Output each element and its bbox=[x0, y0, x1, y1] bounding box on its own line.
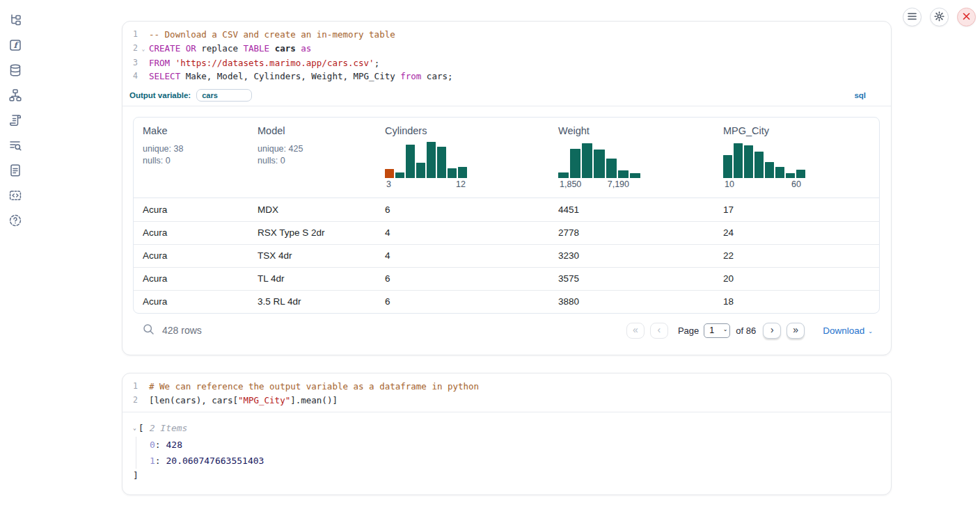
table-cell: 18 bbox=[714, 296, 879, 307]
column-name: Weight bbox=[558, 125, 709, 136]
sql-cell: 1-- Download a CSV and create an in-memo… bbox=[122, 21, 892, 355]
close-x-icon bbox=[963, 12, 970, 22]
axis-max-label: 7,190 bbox=[608, 179, 629, 189]
histogram-bar bbox=[558, 172, 569, 178]
column-header[interactable]: Makeunique: 38nulls: 0 bbox=[134, 125, 248, 198]
database-icon bbox=[8, 63, 22, 79]
sidebar-item-scratchpad[interactable] bbox=[0, 108, 31, 134]
table-cell: 4 bbox=[376, 250, 549, 261]
table-row[interactable]: Acura3.5 RL 4dr6388018 bbox=[134, 290, 879, 313]
data-table: Makeunique: 38nulls: 0Modelunique: 425nu… bbox=[133, 117, 880, 314]
sidebar-item-logs[interactable] bbox=[0, 134, 31, 159]
table-search-button[interactable] bbox=[143, 323, 155, 338]
histogram-bar bbox=[395, 172, 404, 178]
shutdown-button[interactable] bbox=[957, 8, 976, 26]
column-stats: unique: 425nulls: 0 bbox=[258, 143, 370, 167]
code-line[interactable]: 1# We can reference the output variable … bbox=[122, 380, 891, 394]
histogram-axis-labels: 1,8507,190 bbox=[558, 179, 640, 191]
table-footer: 428 rows « ‹ Page 1 ⌄ of 86 › » Download… bbox=[133, 314, 880, 346]
line-number: 2 bbox=[122, 42, 138, 56]
next-page-button[interactable]: › bbox=[763, 323, 781, 339]
sidebar-item-datasources[interactable] bbox=[0, 58, 31, 83]
column-header[interactable]: Cylinders312 bbox=[376, 125, 549, 198]
first-page-button[interactable]: « bbox=[626, 323, 645, 339]
table-cell: 6 bbox=[376, 296, 549, 307]
histogram-axis-labels: 1060 bbox=[723, 179, 805, 191]
histogram-bar bbox=[437, 147, 446, 178]
axis-max-label: 12 bbox=[456, 179, 466, 189]
sidebar-item-file-tree[interactable] bbox=[0, 8, 31, 33]
sql-code-editor[interactable]: 1-- Download a CSV and create an in-memo… bbox=[122, 22, 891, 87]
table-row[interactable]: AcuraTL 4dr6357520 bbox=[134, 267, 879, 290]
code-line[interactable]: 2[len(cars), cars["MPG_City"].mean()] bbox=[122, 394, 891, 408]
table-cell: 4 bbox=[376, 227, 549, 238]
column-histogram[interactable]: 1,8507,190 bbox=[558, 142, 640, 191]
table-cell: Acura bbox=[134, 227, 248, 238]
page-total-label: of 86 bbox=[736, 325, 756, 336]
code-line[interactable]: 4SELECT Make, Model, Cylinders, Weight, … bbox=[122, 70, 891, 83]
table-cell: Acura bbox=[134, 250, 248, 261]
svg-text:f: f bbox=[13, 40, 19, 50]
axis-min-label: 1,850 bbox=[560, 179, 581, 189]
fold-gutter bbox=[138, 56, 149, 70]
column-histogram[interactable]: 1060 bbox=[723, 142, 805, 191]
line-number: 4 bbox=[122, 70, 138, 83]
table-cell: 22 bbox=[714, 250, 879, 261]
fold-gutter bbox=[138, 394, 149, 408]
column-name: Model bbox=[258, 125, 370, 136]
line-number: 2 bbox=[122, 394, 138, 408]
menu-button[interactable] bbox=[903, 8, 922, 26]
collapse-chevron-icon[interactable]: ⌄ bbox=[133, 425, 136, 431]
table-row[interactable]: AcuraRSX Type S 2dr4277824 bbox=[134, 221, 879, 244]
histogram-axis-labels: 312 bbox=[385, 179, 467, 191]
line-number: 1 bbox=[122, 28, 138, 42]
column-name: Cylinders bbox=[385, 125, 544, 136]
output-variable-bar: Output variable: sql bbox=[122, 87, 891, 106]
column-header[interactable]: MPG_City1060 bbox=[714, 125, 879, 198]
python-code-editor[interactable]: 1# We can reference the output variable … bbox=[122, 373, 891, 412]
fold-chevron-icon[interactable]: ⌄ bbox=[138, 42, 149, 56]
column-header[interactable]: Weight1,8507,190 bbox=[549, 125, 714, 198]
code-text: FROM 'https://datasets.marimo.app/cars.c… bbox=[149, 56, 379, 70]
axis-min-label: 3 bbox=[386, 179, 391, 189]
sidebar-item-documentation[interactable] bbox=[0, 159, 31, 184]
histogram-bar bbox=[618, 170, 629, 178]
table-row[interactable]: AcuraMDX6445117 bbox=[134, 198, 879, 221]
python-cell: 1# We can reference the output variable … bbox=[122, 373, 892, 495]
sql-cell-output: Makeunique: 38nulls: 0Modelunique: 425nu… bbox=[122, 106, 891, 346]
sidebar-item-dependency-graph[interactable] bbox=[0, 83, 31, 108]
fold-gutter bbox=[138, 70, 149, 83]
last-page-button[interactable]: » bbox=[787, 323, 805, 339]
table-header-row: Makeunique: 38nulls: 0Modelunique: 425nu… bbox=[134, 118, 879, 198]
code-line[interactable]: 2⌄CREATE OR replace TABLE cars as bbox=[122, 42, 891, 56]
page-select[interactable]: 1 bbox=[704, 323, 730, 338]
search-icon bbox=[143, 323, 155, 338]
table-cell: 3230 bbox=[549, 250, 714, 261]
table-row[interactable]: AcuraTSX 4dr4323022 bbox=[134, 244, 879, 267]
histogram-bar bbox=[796, 170, 805, 178]
language-badge[interactable]: sql bbox=[854, 91, 866, 99]
list-item: 0: 428 bbox=[150, 437, 891, 453]
sidebar-item-snippets[interactable] bbox=[0, 184, 31, 209]
sidebar-item-help[interactable] bbox=[0, 209, 31, 234]
column-name: MPG_City bbox=[723, 125, 874, 136]
histogram-bar bbox=[416, 163, 425, 178]
sidebar-item-function[interactable]: f bbox=[0, 33, 31, 58]
code-line[interactable]: 1-- Download a CSV and create an in-memo… bbox=[122, 28, 891, 42]
items-count-label: 2 Items bbox=[150, 423, 188, 433]
download-button[interactable]: Download ⌄ bbox=[823, 325, 873, 336]
histogram-bar bbox=[734, 143, 743, 178]
column-histogram[interactable]: 312 bbox=[385, 142, 467, 191]
settings-button[interactable] bbox=[930, 8, 949, 26]
histogram-bar bbox=[775, 167, 784, 178]
item-index: 0 bbox=[150, 440, 155, 450]
output-variable-input[interactable] bbox=[196, 89, 252, 102]
table-cell: 3575 bbox=[549, 273, 714, 284]
help-icon bbox=[8, 214, 22, 230]
output-variable-label: Output variable: bbox=[129, 91, 191, 99]
chevron-down-icon: ⌄ bbox=[868, 328, 873, 335]
histogram-bar bbox=[606, 159, 617, 178]
prev-page-button[interactable]: ‹ bbox=[650, 323, 668, 339]
column-header[interactable]: Modelunique: 425nulls: 0 bbox=[248, 125, 376, 198]
code-line[interactable]: 3FROM 'https://datasets.marimo.app/cars.… bbox=[122, 56, 891, 70]
